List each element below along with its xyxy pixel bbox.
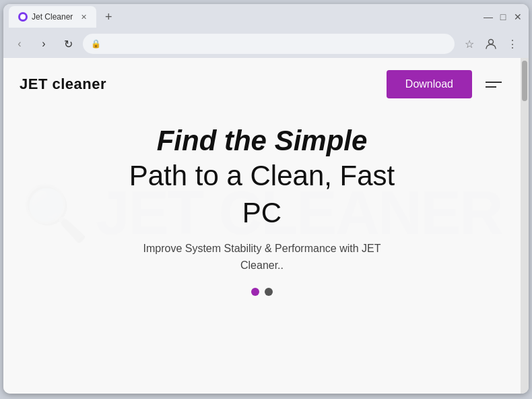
browser-window: Jet Cleaner ✕ + — □ ✕ ‹ › ↻ 🔒 ☆ bbox=[3, 4, 529, 394]
refresh-button[interactable]: ↻ bbox=[59, 34, 77, 53]
navbar-right: Download bbox=[387, 70, 504, 98]
site-navbar: JET cleaner Download bbox=[3, 58, 521, 111]
hero-title-normal1: Path to a Clean, Fast bbox=[30, 158, 494, 195]
hamburger-menu-button[interactable] bbox=[483, 79, 504, 90]
hamburger-line-1 bbox=[486, 82, 502, 83]
window-controls: — □ ✕ bbox=[483, 11, 523, 22]
back-button[interactable]: ‹ bbox=[10, 34, 29, 53]
forward-button[interactable]: › bbox=[34, 34, 53, 53]
url-bar[interactable]: 🔒 bbox=[83, 34, 455, 54]
page-content: JET cleaner Download 🔍 JET CLEANER bbox=[3, 58, 521, 394]
hero-title-bold: Find the Simple bbox=[30, 124, 494, 158]
carousel-dots bbox=[30, 288, 494, 296]
tab-title: Jet Cleaner bbox=[32, 12, 73, 22]
carousel-dot-1[interactable] bbox=[251, 288, 259, 296]
bookmark-button[interactable]: ☆ bbox=[460, 34, 479, 53]
tab-favicon bbox=[18, 12, 28, 22]
address-actions: ☆ ⋮ bbox=[460, 34, 522, 53]
new-tab-button[interactable]: + bbox=[99, 7, 118, 26]
maximize-button[interactable]: □ bbox=[498, 11, 508, 22]
address-bar: ‹ › ↻ 🔒 ☆ ⋮ bbox=[3, 30, 529, 58]
carousel-dot-2[interactable] bbox=[265, 288, 273, 296]
profile-button[interactable] bbox=[481, 34, 500, 53]
tab-area: Jet Cleaner ✕ + bbox=[9, 6, 480, 28]
svg-point-0 bbox=[489, 40, 494, 44]
site-logo: JET cleaner bbox=[20, 75, 106, 93]
content-wrapper: JET cleaner Download 🔍 JET CLEANER bbox=[3, 58, 529, 394]
active-tab[interactable]: Jet Cleaner ✕ bbox=[9, 6, 96, 28]
hero-subtitle: Improve System Stability & Performance w… bbox=[134, 240, 390, 274]
lock-icon: 🔒 bbox=[91, 39, 101, 49]
minimize-button[interactable]: — bbox=[483, 11, 494, 22]
hero-title-normal2: PC bbox=[30, 195, 494, 232]
title-bar: Jet Cleaner ✕ + — □ ✕ bbox=[3, 4, 529, 30]
menu-button[interactable]: ⋮ bbox=[503, 34, 522, 53]
download-button[interactable]: Download bbox=[387, 70, 472, 98]
hamburger-line-2 bbox=[486, 86, 496, 88]
tab-close-btn[interactable]: ✕ bbox=[81, 13, 87, 22]
hero-section: 🔍 JET CLEANER Find the Simple Path to a … bbox=[3, 111, 521, 316]
close-button[interactable]: ✕ bbox=[512, 11, 523, 22]
scrollbar[interactable] bbox=[521, 58, 529, 394]
hero-title: Find the Simple Path to a Clean, Fast PC bbox=[30, 124, 494, 232]
scroll-thumb[interactable] bbox=[522, 61, 527, 101]
